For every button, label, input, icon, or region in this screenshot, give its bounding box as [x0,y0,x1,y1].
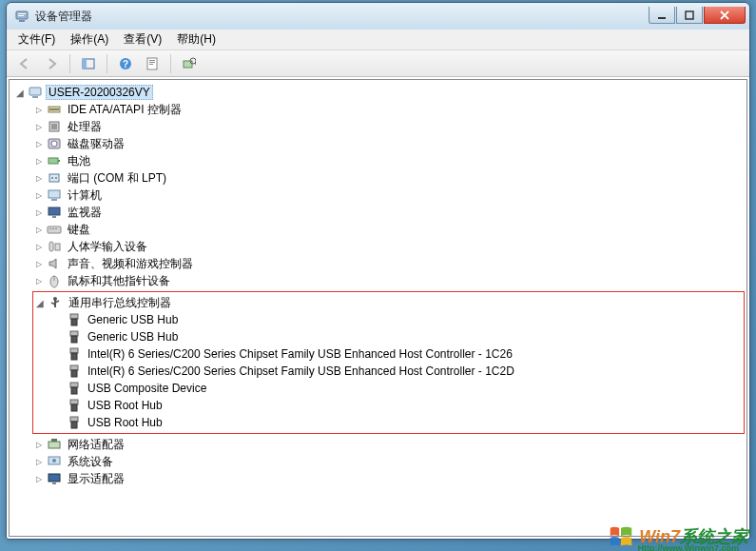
svg-rect-7 [83,59,87,69]
menu-help[interactable]: 帮助(H) [169,30,223,49]
svg-rect-32 [52,216,56,218]
svg-rect-38 [55,244,60,250]
expand-icon[interactable]: ▷ [32,137,46,150]
svg-rect-17 [32,96,38,98]
help-button[interactable]: ? [113,53,138,74]
collapse-icon[interactable]: ◢ [33,296,47,309]
tree-node[interactable]: ▷网络适配器 [32,436,745,453]
svg-rect-57 [48,442,60,448]
tree-node[interactable]: ▷监视器 [32,204,745,221]
menu-action[interactable]: 操作(A) [63,30,116,49]
tree-node[interactable]: ▷IDE ATA/ATAPI 控制器 [32,101,745,118]
svg-rect-30 [51,199,57,201]
tree-node[interactable]: ▷人体学输入设备 [32,238,745,255]
tree-node[interactable]: ▷计算机 [32,187,745,204]
node-label: 系统设备 [65,453,116,471]
expand-icon[interactable]: ▷ [32,455,46,468]
maximize-button[interactable] [676,7,703,24]
expand-icon[interactable]: ▷ [32,274,46,287]
properties-button[interactable] [140,53,165,74]
show-hide-button[interactable] [76,53,101,74]
tree-node[interactable]: ▷显示适配器 [32,470,745,487]
titlebar[interactable]: 设备管理器 [7,3,749,30]
svg-rect-21 [51,124,57,129]
svg-rect-37 [49,242,53,251]
expand-icon[interactable]: ▷ [32,206,46,219]
tree-node[interactable]: ▷端口 (COM 和 LPT) [32,169,745,187]
svg-rect-11 [149,60,155,61]
tree-node[interactable]: ▷磁盘驱动器 [32,135,745,152]
svg-rect-50 [71,370,77,377]
cpu-icon [47,119,62,134]
scan-hardware-button[interactable] [177,53,202,74]
usbdev-icon [67,381,82,396]
expand-icon[interactable]: ▷ [32,103,46,116]
expand-icon[interactable]: ▷ [32,154,46,167]
menu-view[interactable]: 查看(V) [116,30,169,49]
app-icon [14,9,29,24]
svg-rect-61 [48,474,60,482]
tree-node[interactable]: Intel(R) 6 Series/C200 Series Chipset Fa… [52,345,744,363]
expand-icon[interactable]: ▷ [32,438,46,451]
tree-node[interactable]: ▷电池 [32,152,745,169]
tree-panel[interactable]: ◢ USER-20200326VY ▷IDE ATA/ATAPI 控制器▷处理器… [9,79,747,537]
tree-node[interactable]: ▷键盘 [32,221,745,238]
node-label: 鼠标和其他指针设备 [65,272,173,290]
svg-rect-5 [686,11,693,19]
node-label: IDE ATA/ATAPI 控制器 [65,101,184,119]
svg-rect-49 [70,365,78,370]
expand-icon[interactable]: ▷ [32,257,46,270]
collapse-icon[interactable]: ◢ [13,86,27,99]
node-label: 磁盘驱动器 [65,135,127,153]
svg-rect-12 [149,62,155,63]
node-label: 人体学输入设备 [65,238,150,256]
tree-node[interactable]: ▷处理器 [32,118,745,135]
toolbar-divider [69,54,70,73]
tree-node[interactable]: USB Root Hub [52,414,744,431]
expand-icon[interactable]: ▷ [32,472,46,485]
node-label: Generic USB Hub [85,329,181,344]
expand-icon[interactable]: ▷ [32,171,46,185]
svg-point-60 [52,459,56,462]
svg-rect-45 [70,331,78,336]
minimize-button[interactable] [649,7,675,24]
ide-icon [47,102,62,117]
svg-rect-1 [18,13,26,14]
svg-rect-58 [51,439,57,442]
tree-node[interactable]: ▷声音、视频和游戏控制器 [32,255,745,272]
expand-icon[interactable]: ▷ [32,120,46,133]
tree-node[interactable]: USB Composite Device [52,380,744,397]
svg-rect-43 [70,314,78,319]
svg-rect-13 [149,64,153,65]
hid-icon [47,239,62,254]
toolbar-divider [170,54,171,73]
svg-rect-19 [49,108,59,110]
svg-rect-4 [658,17,666,19]
tree-node[interactable]: Generic USB Hub [52,311,744,328]
tree-node[interactable]: ▷系统设备 [32,453,745,470]
device-tree: ◢ USER-20200326VY ▷IDE ATA/ATAPI 控制器▷处理器… [11,84,745,487]
system-icon [47,454,62,469]
network-icon [47,437,62,452]
tree-node[interactable]: Generic USB Hub [52,328,744,345]
root-label: USER-20200326VY [46,85,153,100]
close-button[interactable] [704,7,746,24]
svg-rect-36 [55,228,57,229]
usbdev-icon [67,364,82,379]
expand-icon[interactable]: ▷ [32,240,46,253]
tree-node[interactable]: ◢通用串行总线控制器 [33,294,744,311]
expand-icon[interactable]: ▷ [32,223,46,236]
tree-node[interactable]: ▷鼠标和其他指针设备 [32,272,745,289]
tree-node[interactable]: USB Root Hub [52,397,744,414]
menu-file[interactable]: 文件(F) [10,30,63,49]
svg-rect-34 [49,228,51,229]
usb-icon [48,295,63,310]
tree-root[interactable]: ◢ USER-20200326VY [13,84,745,101]
expand-icon[interactable]: ▷ [32,188,46,202]
node-label: 键盘 [65,221,93,239]
tree-node[interactable]: Intel(R) 6 Series/C200 Series Chipset Fa… [52,363,744,380]
node-label: 处理器 [65,118,105,136]
forward-button [39,53,64,74]
svg-rect-3 [19,20,25,22]
keyboard-icon [47,222,62,237]
